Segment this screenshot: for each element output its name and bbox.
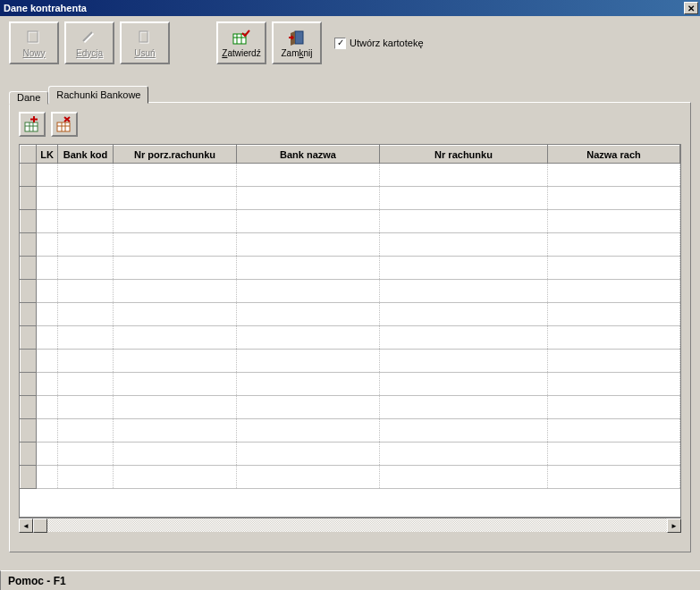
cell[interactable] — [380, 466, 548, 489]
cell[interactable] — [58, 419, 114, 442]
cell[interactable] — [237, 373, 380, 396]
cell[interactable] — [58, 442, 114, 466]
close-icon[interactable]: ✕ — [684, 2, 698, 14]
cell[interactable] — [548, 419, 680, 442]
table-row[interactable] — [21, 466, 680, 489]
cell[interactable] — [114, 280, 237, 303]
cell[interactable] — [37, 442, 58, 466]
cell[interactable] — [237, 326, 380, 350]
cell[interactable] — [37, 257, 58, 280]
cell[interactable] — [237, 350, 380, 373]
row-header[interactable] — [21, 187, 37, 210]
cell[interactable] — [237, 442, 380, 466]
cell[interactable] — [237, 419, 380, 442]
cell[interactable] — [548, 350, 680, 373]
cell[interactable] — [380, 257, 548, 280]
cell[interactable] — [237, 280, 380, 303]
cell[interactable] — [114, 233, 237, 257]
cell[interactable] — [114, 373, 237, 396]
table-row[interactable] — [21, 396, 680, 419]
table-row[interactable] — [21, 210, 680, 233]
row-header[interactable] — [21, 326, 37, 350]
cell[interactable] — [37, 233, 58, 257]
cell[interactable] — [114, 466, 237, 489]
cell[interactable] — [237, 164, 380, 187]
cell[interactable] — [237, 466, 380, 489]
cell[interactable] — [114, 210, 237, 233]
cell[interactable] — [380, 164, 548, 187]
cell[interactable] — [237, 210, 380, 233]
table-row[interactable] — [21, 280, 680, 303]
cell[interactable] — [37, 210, 58, 233]
cell[interactable] — [114, 257, 237, 280]
table-row[interactable] — [21, 233, 680, 257]
cell[interactable] — [37, 466, 58, 489]
row-header[interactable] — [21, 210, 37, 233]
cell[interactable] — [548, 466, 680, 489]
cell[interactable] — [548, 373, 680, 396]
cell[interactable] — [58, 326, 114, 350]
cell[interactable] — [114, 326, 237, 350]
cell[interactable] — [58, 280, 114, 303]
cell[interactable] — [37, 187, 58, 210]
edycja-button[interactable]: Edycja — [64, 21, 114, 64]
zamknij-button[interactable]: Zamknij — [272, 21, 322, 64]
scroll-left-icon[interactable]: ◄ — [19, 518, 33, 533]
checkbox-icon[interactable]: ✓ — [334, 38, 346, 49]
row-header[interactable] — [21, 233, 37, 257]
cell[interactable] — [380, 187, 548, 210]
row-header[interactable] — [21, 466, 37, 489]
cell[interactable] — [37, 419, 58, 442]
cell[interactable] — [380, 396, 548, 419]
cell[interactable] — [37, 373, 58, 396]
cell[interactable] — [548, 164, 680, 187]
cell[interactable] — [37, 350, 58, 373]
table-row[interactable] — [21, 187, 680, 210]
cell[interactable] — [548, 442, 680, 466]
cell[interactable] — [37, 396, 58, 419]
cell[interactable] — [380, 419, 548, 442]
cell[interactable] — [237, 257, 380, 280]
col-nr-rachunku[interactable]: Nr rachunku — [380, 146, 548, 164]
cell[interactable] — [37, 303, 58, 326]
cell[interactable] — [58, 210, 114, 233]
table-row[interactable] — [21, 164, 680, 187]
cell[interactable] — [237, 396, 380, 419]
cell[interactable] — [548, 257, 680, 280]
cell[interactable] — [58, 187, 114, 210]
cell[interactable] — [58, 233, 114, 257]
cell[interactable] — [380, 326, 548, 350]
cell[interactable] — [548, 396, 680, 419]
cell[interactable] — [380, 233, 548, 257]
cell[interactable] — [114, 396, 237, 419]
col-lk[interactable]: LK — [37, 146, 58, 164]
row-header[interactable] — [21, 350, 37, 373]
row-header[interactable] — [21, 396, 37, 419]
col-nr-porz[interactable]: Nr porz.rachunku — [114, 146, 237, 164]
table-row[interactable] — [21, 257, 680, 280]
cell[interactable] — [58, 303, 114, 326]
cell[interactable] — [58, 466, 114, 489]
cell[interactable] — [114, 419, 237, 442]
scroll-thumb[interactable] — [33, 518, 47, 533]
cell[interactable] — [380, 303, 548, 326]
table-row[interactable] — [21, 442, 680, 466]
cell[interactable] — [548, 303, 680, 326]
table-row[interactable] — [21, 419, 680, 442]
table-row[interactable] — [21, 303, 680, 326]
cell[interactable] — [380, 442, 548, 466]
col-nazwa-rach[interactable]: Nazwa rach — [548, 146, 680, 164]
col-bank-kod[interactable]: Bank kod — [58, 146, 114, 164]
nowy-button[interactable]: Nowy — [9, 21, 59, 64]
cell[interactable] — [548, 187, 680, 210]
cell[interactable] — [548, 233, 680, 257]
scroll-track[interactable] — [47, 518, 667, 532]
col-bank-nazwa[interactable]: Bank nazwa — [237, 146, 380, 164]
cell[interactable] — [58, 164, 114, 187]
horizontal-scrollbar[interactable]: ◄ ► — [19, 518, 681, 532]
row-header[interactable] — [21, 257, 37, 280]
row-header[interactable] — [21, 280, 37, 303]
row-header[interactable] — [21, 419, 37, 442]
table-row[interactable] — [21, 326, 680, 350]
grid[interactable]: LK Bank kod Nr porz.rachunku Bank nazwa … — [19, 144, 681, 518]
